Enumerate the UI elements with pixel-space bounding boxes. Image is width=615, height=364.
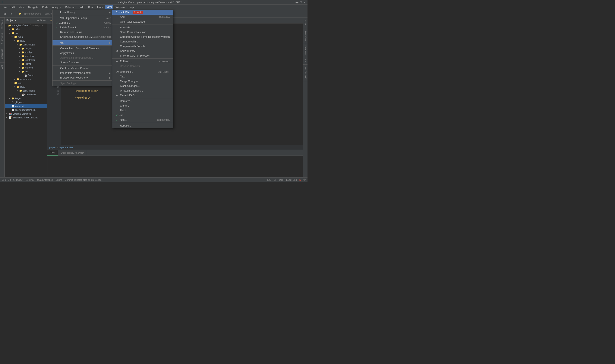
tab-dependency-analyzer[interactable]: Dependency Analyzer	[58, 150, 87, 156]
tree-resources[interactable]: ▸ 📁 resources	[5, 77, 47, 81]
tree-src[interactable]: ▾ 📁 src	[5, 31, 47, 35]
git-unstash[interactable]: UnStash Changes...	[112, 88, 173, 93]
tree-config[interactable]: ▸ 📁 config	[5, 50, 47, 54]
tree-demotest[interactable]: ☕ DemoTest	[5, 93, 47, 96]
status-encoding[interactable]: UTF	[279, 179, 284, 181]
menu-refactor[interactable]: Refactor	[63, 5, 77, 9]
git-commit-file[interactable]: Commit File... 21 中华	[112, 10, 173, 15]
vcs-update-project[interactable]: ✓ Update Project... Ctrl+T	[53, 25, 114, 30]
tree-root[interactable]: ▾ 📁 springbootDemo D:\workspace...	[5, 24, 47, 27]
menu-analyze[interactable]: Analyze	[50, 5, 63, 9]
git-stash[interactable]: Stash Changes...	[112, 84, 173, 88]
tree-gitignore[interactable]: ⚙ .gitignore	[5, 100, 47, 104]
right-tab-maven[interactable]: Maven	[303, 17, 308, 28]
git-add[interactable]: Add Ctrl+Alt+A	[112, 15, 173, 19]
tree-pom[interactable]: 📄 pom.xml	[5, 104, 47, 108]
tree-controller[interactable]: ▸ 📁 controller	[5, 58, 47, 62]
gutter-arrow-40[interactable]: ↑	[49, 56, 50, 58]
git-show-history-selection[interactable]: Show History for Selection	[112, 53, 173, 58]
tree-demo-java[interactable]: ☕ Demo	[5, 73, 47, 77]
back-button[interactable]: ◁	[1, 11, 7, 17]
tree-com-xiaoge[interactable]: ▾ 📁 com.xiaoge	[5, 43, 47, 47]
git-annotate[interactable]: Annotate	[112, 25, 173, 30]
status-line-ending[interactable]: LF	[274, 179, 277, 181]
gutter-arrow-34[interactable]: ↑	[49, 35, 50, 38]
menu-view[interactable]: View	[17, 5, 26, 9]
tree-idea[interactable]: ▸ 📁 .idea	[5, 27, 47, 31]
status-lang-icon[interactable]: S	[299, 179, 301, 181]
right-tab-ant[interactable]: Ant	[303, 57, 308, 65]
close-button[interactable]: ✕	[303, 1, 306, 4]
git-push[interactable]: ✓ Push... Ctrl+Shift+K	[112, 117, 173, 122]
git-rebase[interactable]: Rebase...	[112, 123, 173, 128]
status-event-log[interactable]: Event Log	[286, 179, 297, 181]
git-compare-same-repo[interactable]: Compare with the Same Repository Version	[112, 35, 173, 39]
vcs-create-patch[interactable]: Create Patch from Local Changes...	[53, 46, 114, 51]
vcs-show-local-changes[interactable]: Show Local Changes as UML Ctrl+Alt+Shift…	[53, 35, 114, 39]
git-compare-with[interactable]: Compare with...	[112, 39, 173, 44]
git-show-history[interactable]: ⏱ Show History	[112, 49, 173, 53]
menu-file[interactable]: File	[1, 5, 8, 9]
sidebar-tab-web[interactable]: Web	[0, 62, 4, 71]
tree-java[interactable]: ▾ 📂 java	[5, 39, 47, 43]
tree-ext-libs[interactable]: ▸ 📚 External Libraries	[5, 112, 47, 116]
menu-edit[interactable]: Edit	[9, 5, 17, 9]
maximize-button[interactable]: □	[300, 1, 302, 4]
menu-navigate[interactable]: Navigate	[27, 5, 40, 9]
status-position[interactable]: 48:9	[267, 179, 271, 181]
git-branches[interactable]: ⎇ Branches... Ctrl+Shift+`	[112, 70, 173, 74]
gutter-arrow-44[interactable]: ↑	[49, 69, 50, 72]
menu-run[interactable]: Run	[86, 5, 94, 9]
right-tab-database[interactable]: Database	[303, 43, 308, 57]
git-pull[interactable]: ✓ Pull...	[112, 113, 173, 117]
git-tag[interactable]: Tag...	[112, 74, 173, 79]
git-remotes[interactable]: Remotes...	[112, 99, 173, 104]
menu-window[interactable]: Window	[114, 5, 126, 9]
git-rollback[interactable]: ↩ Rollback... Ctrl+Alt+Z	[112, 59, 173, 64]
tree-test-src[interactable]: ▾ 📁 test	[5, 81, 47, 85]
git-show-current-rev[interactable]: Show Current Revision	[112, 30, 173, 35]
vcs-browse-repo[interactable]: Browse VCS Repository ▶	[53, 75, 114, 80]
breadcrumb-dependencies[interactable]: dependencies	[59, 146, 73, 149]
collapse-icon[interactable]: —	[43, 19, 45, 22]
tree-service[interactable]: ▸ 📁 service	[5, 66, 47, 70]
menu-vcs[interactable]: VCS	[105, 5, 114, 9]
status-enterprise[interactable]: Java Enterprise	[37, 179, 53, 181]
tree-target[interactable]: ▸ 📁 target	[5, 96, 47, 100]
git-compare-branch[interactable]: Compare with Branch...	[112, 44, 173, 49]
tree-test-folder[interactable]: ▸ 📁 test	[5, 70, 47, 73]
vcs-git[interactable]: Git ▶	[53, 40, 114, 45]
tree-java-test[interactable]: ▾ 📂 java	[5, 85, 47, 89]
git-open-exclude[interactable]: Open .git/info/exclude	[112, 19, 173, 24]
tree-async[interactable]: ▸ 📁 async	[5, 47, 47, 50]
right-tab-restful[interactable]: RestfulTool	[303, 28, 308, 43]
tab-text[interactable]: Text	[47, 150, 58, 156]
sidebar-tab-project[interactable]: 1: Project	[0, 17, 4, 31]
tree-main[interactable]: ▾ 📁 main	[5, 35, 47, 39]
tree-scratches[interactable]: ▸ 📝 Scratches and Consoles	[5, 116, 47, 119]
status-lang-zh[interactable]: 中	[303, 178, 306, 181]
git-reset-head[interactable]: ↩ Reset HEAD...	[112, 93, 173, 98]
vcs-import-vc[interactable]: Import into Version Control ▶	[53, 71, 114, 75]
vcs-refresh[interactable]: Refresh File Status	[53, 30, 114, 35]
status-terminal[interactable]: Terminal	[25, 179, 34, 181]
git-fetch[interactable]: Fetch	[112, 108, 173, 113]
vcs-shelve[interactable]: Shelve Changes...	[53, 60, 114, 65]
status-spring[interactable]: Spring	[55, 179, 62, 181]
settings-icon[interactable]: ⚙	[40, 19, 42, 22]
git-merge[interactable]: Merge Changes...	[112, 79, 173, 84]
sidebar-tab-favorites[interactable]: 2: Favorites	[0, 31, 4, 47]
locate-icon[interactable]: ⊕	[37, 19, 39, 22]
status-todo[interactable]: 6: TODO	[13, 179, 23, 181]
vcs-apply-patch[interactable]: Apply Patch...	[53, 51, 114, 55]
vcs-operations-popup[interactable]: VCS Operations Popup... Alt+'	[53, 16, 114, 21]
minimize-button[interactable]: —	[295, 1, 298, 4]
status-git[interactable]: ⎇ 9: Git	[2, 178, 11, 181]
vcs-commit[interactable]: ✓ Commit... Ctrl+K	[53, 21, 114, 25]
forward-button[interactable]: ▷	[8, 11, 14, 17]
tree-demo[interactable]: ▸ 📁 demo	[5, 62, 47, 66]
breadcrumb-project[interactable]: project	[49, 146, 56, 149]
menu-code[interactable]: Code	[40, 5, 50, 9]
right-tab-nexchat[interactable]: NexChatGPT	[303, 65, 308, 82]
tree-com-test[interactable]: ▾ 📁 com.xiaoge	[5, 89, 47, 93]
